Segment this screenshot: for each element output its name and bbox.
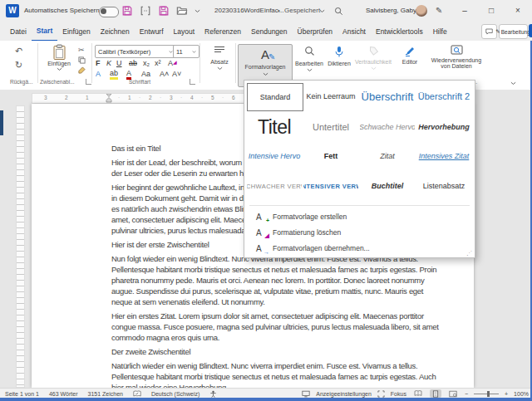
style-listenabsatz[interactable]: Listenabsatz: [416, 173, 471, 199]
focus-icon[interactable]: [377, 390, 385, 398]
open-folder-icon[interactable]: [176, 5, 188, 17]
style-standard[interactable]: Standard: [247, 83, 303, 111]
style-überschrift[interactable]: Überschrift: [360, 83, 415, 110]
print-layout-button[interactable]: [430, 389, 441, 398]
highlight-button[interactable]: ab: [110, 70, 118, 80]
qat-customize-chevron-icon[interactable]: [195, 9, 200, 13]
styles-menu-item[interactable]: A→Formatvorlagen übernehmen...: [244, 240, 475, 257]
save-all-icon[interactable]: [158, 5, 170, 17]
word-logo-icon[interactable]: W: [6, 4, 19, 17]
indent-marker[interactable]: [106, 94, 112, 103]
style-schwacher-verw[interactable]: SCHWACHER VERW: [247, 173, 302, 199]
page-count[interactable]: Seite 1 von 1: [5, 391, 39, 397]
dropdown-separator: [249, 205, 470, 206]
zoom-in-button[interactable]: +: [505, 391, 508, 397]
minimize-button[interactable]: –: [456, 0, 474, 22]
editing-group-button[interactable]: Bearbeiten: [294, 46, 324, 72]
style-hervorhebung[interactable]: Hervorhebung: [416, 111, 471, 143]
language-status[interactable]: Deutsch (Schweiz): [151, 391, 200, 397]
char-count[interactable]: 3151 Zeichen: [88, 391, 123, 397]
tab-referenzen[interactable]: Referenzen: [200, 22, 246, 41]
page-break-icon[interactable]: [140, 5, 151, 17]
subscript-button[interactable]: x₂: [143, 59, 150, 67]
tab-überprüfen[interactable]: Überprüfen: [293, 22, 338, 41]
avatar[interactable]: [416, 5, 427, 17]
saved-status[interactable]: Gespeichert: [284, 0, 320, 22]
style-schwache-hervo[interactable]: Schwache Hervo: [360, 111, 415, 143]
bold-button[interactable]: F: [96, 59, 101, 67]
proofing-icon[interactable]: [133, 390, 141, 398]
dictate-button[interactable]: Diktieren: [326, 46, 352, 66]
resize-grip-icon[interactable]: ⋰: [466, 250, 472, 257]
editor-button[interactable]: Editor: [397, 46, 422, 65]
zoom-slider-thumb[interactable]: [487, 391, 490, 397]
maximize-button[interactable]: □: [482, 0, 500, 22]
zoom-slider[interactable]: [474, 394, 499, 394]
tab-ansicht[interactable]: Ansicht: [337, 22, 371, 41]
display-settings-label[interactable]: Anzeigeeinstellungen: [316, 391, 372, 397]
style-titel[interactable]: Titel: [247, 111, 302, 143]
pen-icon[interactable]: ✎: [436, 6, 442, 15]
underline-button[interactable]: U: [116, 59, 122, 67]
style-buchtitel[interactable]: Buchtitel: [360, 173, 415, 199]
undo-icon[interactable]: ↶: [15, 46, 22, 56]
clipboard-dialog-launcher-icon[interactable]: [86, 79, 91, 85]
save-icon[interactable]: [121, 5, 133, 17]
redo-icon[interactable]: ↻: [15, 60, 22, 71]
tab-layout[interactable]: Layout: [169, 22, 200, 41]
style-fett[interactable]: Fett: [303, 143, 358, 169]
style-intensiver-verw[interactable]: INTENSIVER VERW: [303, 173, 358, 199]
strikethrough-button[interactable]: ab: [129, 59, 137, 67]
paste-button[interactable]: Einfügen: [43, 44, 75, 71]
close-button[interactable]: ×: [509, 0, 527, 22]
tab-sendungen[interactable]: Sendungen: [246, 22, 293, 41]
tab-hilfe[interactable]: Hilfe: [428, 22, 452, 41]
tab-entwurf[interactable]: Entwurf: [135, 22, 169, 41]
share-button[interactable]: ⤴: [529, 24, 532, 37]
zoom-out-button[interactable]: −: [465, 391, 468, 397]
text-effects-button[interactable]: A: [96, 70, 101, 78]
comments-button[interactable]: [481, 24, 497, 39]
style-intensive-hervo[interactable]: Intensive Hervo: [247, 143, 302, 169]
tab-entwicklertools[interactable]: Entwicklertools: [371, 22, 428, 41]
style-überschrift-2[interactable]: Überschrift 2: [416, 83, 471, 110]
style-intensives-zitat[interactable]: Intensives Zitat: [416, 143, 471, 169]
display-settings-icon[interactable]: [302, 390, 310, 398]
collapse-ribbon-chevron-icon[interactable]: [505, 79, 520, 88]
autosave-toggle[interactable]: [99, 7, 119, 17]
style-zitat[interactable]: Zitat: [360, 143, 415, 169]
cut-icon[interactable]: ✂: [78, 46, 85, 54]
copy-icon[interactable]: [78, 56, 86, 64]
tab-start[interactable]: Start: [32, 22, 57, 42]
font-size-combobox[interactable]: 11: [173, 45, 200, 58]
format-painter-icon[interactable]: [78, 66, 86, 74]
paragraph-group-button[interactable]: Absatz: [204, 46, 234, 71]
italic-button[interactable]: K: [106, 59, 111, 67]
document-title[interactable]: 20230316WordEinfac...: [214, 0, 283, 22]
change-case-button[interactable]: Aa: [141, 70, 150, 78]
editing-mode-button[interactable]: ✎ Bearbeitung: [499, 24, 528, 39]
tab-zeichnen[interactable]: Zeichnen: [96, 22, 135, 41]
zoom-level[interactable]: 100%: [514, 391, 529, 397]
style-untertitel[interactable]: Untertitel: [303, 111, 358, 143]
search-icon[interactable]: [334, 7, 343, 16]
clear-formatting-button[interactable]: A◢: [168, 59, 177, 67]
tab-einfügen[interactable]: Einfügen: [57, 22, 96, 41]
font-name-combobox[interactable]: Calibri (Textkörper): [95, 45, 176, 58]
reuse-files-button[interactable]: Wiederverwendung von Dateien: [426, 45, 487, 69]
tab-datei[interactable]: Datei: [5, 22, 32, 41]
accessibility-icon[interactable]: [209, 390, 217, 398]
web-layout-button[interactable]: [447, 389, 459, 398]
shrink-font-button[interactable]: A˅: [172, 70, 181, 78]
style-kein-leerraum[interactable]: Kein Leerraum: [303, 83, 358, 110]
superscript-button[interactable]: x²: [155, 59, 161, 67]
styles-menu-item[interactable]: A+Formatvorlage erstellen: [244, 208, 475, 225]
font-dialog-launcher-icon[interactable]: [190, 79, 195, 85]
focus-label[interactable]: Fokus: [391, 391, 406, 397]
saved-chevron-icon[interactable]: [319, 9, 325, 13]
word-count[interactable]: 463 Wörter: [49, 391, 78, 397]
account-name[interactable]: Salvisberg, Gaby: [366, 0, 416, 22]
grow-font-button[interactable]: A˄: [160, 70, 169, 78]
styles-menu-item[interactable]: A◢Formatierung löschen: [244, 224, 475, 241]
read-mode-button[interactable]: [412, 389, 424, 398]
